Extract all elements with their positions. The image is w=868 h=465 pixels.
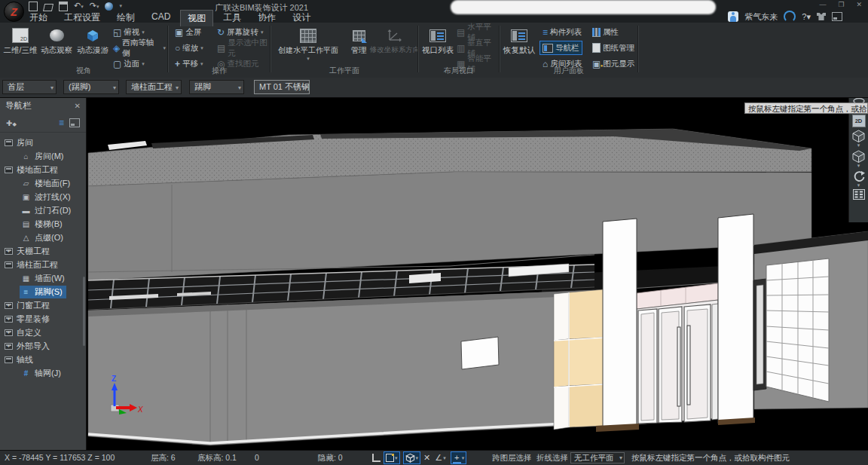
tab-design[interactable]: 设计 — [286, 10, 317, 26]
list-view-icon[interactable]: ≡ — [59, 119, 64, 127]
tree-group-ceiling-works[interactable]: 天棚工程 — [0, 244, 86, 258]
zoom-button[interactable]: ○ 缩放▾ — [175, 41, 203, 54]
close-icon[interactable]: ✕ — [856, 1, 862, 8]
help-icon[interactable]: ?▾ — [802, 12, 811, 22]
disable-snap-icon[interactable]: ✕ — [423, 454, 430, 462]
selection-box-toggle[interactable]: ▾ — [384, 451, 400, 464]
screen-rotate-button[interactable]: ↻ 屏幕旋转▾ — [217, 26, 264, 38]
workspace-panel-icon[interactable] — [832, 12, 842, 21]
door-handle — [687, 326, 690, 405]
sidebar-scrollbar[interactable] — [83, 277, 85, 346]
side-window — [753, 279, 766, 390]
drawing-management-button[interactable]: 图纸管理 — [592, 41, 634, 54]
navbar-toggle-button[interactable]: 导航栏 — [539, 41, 582, 55]
vertical-tile-button[interactable]: ▥ 垂直平铺 — [457, 41, 497, 54]
tree-item-door-stone[interactable]: ▬过门石(D) — [0, 203, 86, 217]
rotate-view-icon[interactable] — [852, 170, 866, 183]
project-type-select[interactable]: 墙柱面工程 — [126, 80, 182, 94]
view-list-icon[interactable] — [853, 189, 865, 200]
ortho-icon[interactable] — [372, 454, 381, 462]
tree-item-room[interactable]: ⌂房间(M) — [0, 149, 86, 163]
tan-tile-wall — [554, 289, 604, 430]
axis-z-label: Z — [112, 375, 116, 383]
polyline-select-button[interactable]: 折线选择 — [536, 453, 568, 463]
tab-collaborate[interactable]: 协作 — [251, 10, 283, 26]
axis-x-label: X — [137, 405, 143, 414]
tree-group-door-window[interactable]: 门窗工程 — [0, 298, 86, 312]
top-view-button[interactable]: ◱ 俯视▾ — [113, 26, 145, 38]
tree-item-wall-face[interactable]: ▦墙面(W) — [0, 271, 86, 285]
sync-icon[interactable] — [105, 2, 113, 11]
model-viewport[interactable]: Z X 2D ▾ ▾ ▾ — [87, 97, 868, 450]
region-select[interactable]: (踢脚) — [63, 80, 119, 94]
minimize-icon[interactable]: — — [819, 1, 826, 8]
tab-start[interactable]: 开始 — [23, 10, 54, 26]
floor-select[interactable]: 首层 — [2, 80, 57, 94]
restore-default-button[interactable]: 恢复默认 — [502, 24, 536, 66]
tree-group-wall-works[interactable]: 墙柱面工程 — [0, 258, 86, 271]
user-avatar[interactable] — [728, 11, 738, 22]
pin-icon[interactable]: ✚◆ — [6, 119, 17, 127]
tree-item-skirting[interactable]: ≡踢脚(S) — [0, 285, 86, 298]
restore-icon[interactable]: ❐ — [838, 1, 844, 8]
tab-view[interactable]: 视图 — [180, 10, 213, 26]
customize-toolbar-icon[interactable]: ▾ — [119, 3, 122, 9]
tab-draw[interactable]: 绘制 — [110, 10, 142, 26]
user-name[interactable]: 紫气东来 — [744, 11, 778, 23]
3d-snap-toggle[interactable]: ▾ — [403, 451, 421, 464]
orbit-button[interactable]: 动态观察 — [39, 24, 74, 66]
extension-snap-toggle[interactable]: +▾ — [451, 451, 467, 464]
component-list-button[interactable]: ≡ 构件列表 — [542, 26, 582, 38]
tab-project-settings[interactable]: 工程设置 — [57, 10, 107, 26]
group-closed-icon — [5, 316, 13, 323]
tree-group-misc-decor[interactable]: 零星装修 — [0, 312, 86, 326]
tree-item-stairs[interactable]: ▤楼梯(B) — [0, 217, 86, 231]
selection-box-icon — [386, 454, 394, 462]
building-lower-wall — [88, 290, 594, 445]
horizontal-tile-button[interactable]: ▤ 水平平铺 — [457, 26, 497, 38]
top-view-icon: ◱ — [113, 28, 121, 37]
base-elevation-readout: 底标高: 0.1 — [197, 453, 237, 463]
navigation-panel: 导航栏 ✕ ✚◆ ≡ 房间 ⌂房间(M) 楼地面工程 ▱楼地面(F) ▣波打线(… — [0, 97, 87, 450]
tab-cad[interactable]: CAD — [145, 10, 177, 26]
angle-snap-toggle[interactable]: ∠▾ — [433, 452, 447, 463]
group-open-icon — [5, 167, 13, 173]
sw-isometric-button[interactable]: ◈ 西南等轴侧▾ — [113, 41, 166, 54]
tree-group-custom[interactable]: 自定义 — [0, 326, 86, 339]
toggle-2d-3d-button[interactable]: 2D 二维/三维 — [3, 24, 38, 66]
workplane-select[interactable]: 无工作平面 — [570, 452, 625, 463]
ribbon-group-viewport: 视口列表 ▤ 水平平铺 ▥ 垂直平铺 ▦ 智能平铺 布局视口 — [420, 23, 497, 77]
theme-icon[interactable] — [817, 13, 826, 20]
tree-item-accent[interactable]: △点缀(O) — [0, 231, 86, 244]
tree-group-axis[interactable]: 轴线 — [0, 353, 86, 366]
tree-item-grid[interactable]: #轴网(J) — [0, 366, 86, 380]
material-select[interactable]: MT 01 不锈钢踢 — [254, 80, 310, 94]
cube-view-icon[interactable] — [851, 149, 866, 164]
component-select[interactable]: 踢脚 — [189, 80, 244, 94]
fullscreen-button[interactable]: ▣ 全屏 — [175, 26, 201, 38]
tree-item-floor[interactable]: ▱楼地面(F) — [0, 176, 86, 190]
tree-item-border-line[interactable]: ▣波打线(X) — [0, 190, 86, 203]
2d-view-button[interactable]: 2D — [852, 115, 866, 127]
tree-group-floor-works[interactable]: 楼地面工程 — [0, 163, 86, 176]
walkthrough-button[interactable]: 动态漫游 — [75, 24, 110, 66]
chevron-down-icon[interactable]: ▾ — [857, 164, 860, 168]
tab-tools[interactable]: 工具 — [216, 10, 248, 26]
tree-group-room[interactable]: 房间 — [0, 136, 86, 149]
chevron-down-icon[interactable]: ▾ — [857, 143, 860, 148]
chevron-down-icon[interactable]: ▾ — [857, 183, 860, 188]
cube-view-icon[interactable] — [851, 129, 866, 143]
door-stone-icon: ▬ — [21, 206, 31, 215]
tree-group-external-import[interactable]: 外部导入 — [0, 339, 86, 353]
cross-layer-select-button[interactable]: 跨图层选择 — [492, 453, 532, 463]
modify-axis-button[interactable]: 修改坐标系方向 — [368, 24, 422, 66]
create-workplane-button[interactable]: 创建水平工作平面 ▾ — [273, 24, 344, 66]
panel-view-icon[interactable] — [69, 118, 80, 127]
service-icon[interactable] — [784, 11, 796, 23]
ribbon-group-user-panel: 恢复默认 ≡ 构件列表 导航栏 ⌂ 房间列表 属性 图纸管理 ▣ 图元显示 用户… — [502, 23, 636, 77]
panel-close-icon[interactable]: ✕ — [75, 102, 81, 110]
viewport-list-button[interactable]: 视口列表 — [420, 24, 455, 66]
show-selected-button[interactable]: ▤ 显示选中图元 — [217, 41, 268, 54]
properties-button[interactable]: 属性 — [592, 26, 619, 38]
app-logo-icon[interactable]: Z — [4, 2, 24, 22]
